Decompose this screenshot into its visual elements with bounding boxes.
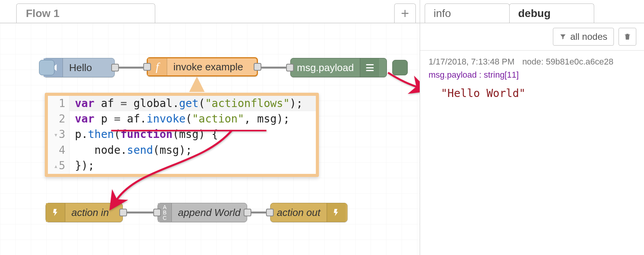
add-tab-button[interactable]: + (394, 3, 416, 23)
debug-node[interactable]: msg.payload (290, 58, 387, 77)
action-out-label: action out (271, 207, 327, 219)
debug-filter-button[interactable]: all nodes (553, 28, 614, 46)
sidebar-panel: info debug all nodes 1/17/2018, 7:13:48 … (420, 0, 644, 255)
debug-clear-button[interactable] (619, 28, 636, 46)
inject-button[interactable] (39, 60, 54, 75)
sidebar-tab-bar: info debug (420, 0, 644, 23)
action-in-label: action in (65, 207, 115, 219)
debug-output[interactable]: 1/17/2018, 7:13:48 PM node: 59b81e0c.a6c… (420, 51, 644, 106)
inject-node[interactable]: Hello (43, 58, 115, 77)
action-in-node[interactable]: action in (46, 203, 123, 222)
debug-node-label: msg.payload (291, 62, 360, 74)
gutter-1: 1 (48, 96, 69, 111)
action-out-input-port[interactable] (266, 209, 274, 216)
change-node-label: append World (172, 207, 247, 219)
function-node[interactable]: f invoke example (147, 57, 258, 76)
code-line-2: var p = af.invoke("action", msg); (69, 111, 290, 127)
debug-entry-node[interactable]: node: 59b81e0c.a6ce28 (522, 57, 613, 67)
debug-filter-label: all nodes (570, 31, 607, 42)
debug-toolbar: all nodes (420, 23, 644, 51)
code-line-1: var af = global.get("actionflows"); (69, 96, 303, 111)
function-output-port[interactable] (254, 63, 261, 71)
gutter-3: ▾3 (48, 127, 69, 143)
flow-tab-bar: Flow 1 + (0, 0, 420, 23)
lightning-icon (327, 203, 346, 222)
debug-entry-type: msg.payload : string[11] (429, 70, 636, 80)
debug-input-port[interactable] (286, 64, 294, 71)
tab-debug[interactable]: debug (509, 3, 594, 23)
code-line-4: node.send(msg); (69, 143, 192, 158)
debug-entry-value[interactable]: "Hello World" (441, 87, 636, 100)
inject-node-label: Hello (63, 62, 98, 74)
function-node-label: invoke example (167, 61, 249, 73)
inject-output-port[interactable] (111, 64, 119, 71)
gutter-5: ▴5 (48, 158, 69, 174)
gutter-2: 2 (48, 111, 69, 127)
function-input-port[interactable] (143, 63, 151, 71)
trash-icon (624, 33, 631, 41)
tab-info[interactable]: info (425, 3, 510, 23)
lightning-icon (46, 203, 65, 222)
callout-pointer (189, 76, 205, 92)
debug-icon (360, 58, 379, 77)
action-in-output-port[interactable] (119, 209, 127, 216)
function-code-editor[interactable]: 1 var af = global.get("actionflows"); 2 … (45, 93, 319, 177)
code-line-5: }); (69, 158, 95, 174)
change-input-port[interactable] (153, 209, 161, 216)
debug-toggle-button[interactable] (392, 60, 408, 75)
flow-editor-canvas[interactable]: Flow 1 + Hello f invoke example msg.payl… (0, 0, 420, 255)
change-node[interactable]: ABC append World (158, 203, 247, 222)
code-line-3: p.then(function(msg) { (69, 127, 218, 143)
gutter-4: 4 (48, 143, 69, 158)
tab-flow-1[interactable]: Flow 1 (16, 3, 155, 23)
change-output-port[interactable] (244, 209, 251, 216)
action-out-node[interactable]: action out (270, 203, 347, 222)
filter-icon (559, 33, 566, 40)
debug-entry-time: 1/17/2018, 7:13:48 PM (429, 57, 515, 67)
